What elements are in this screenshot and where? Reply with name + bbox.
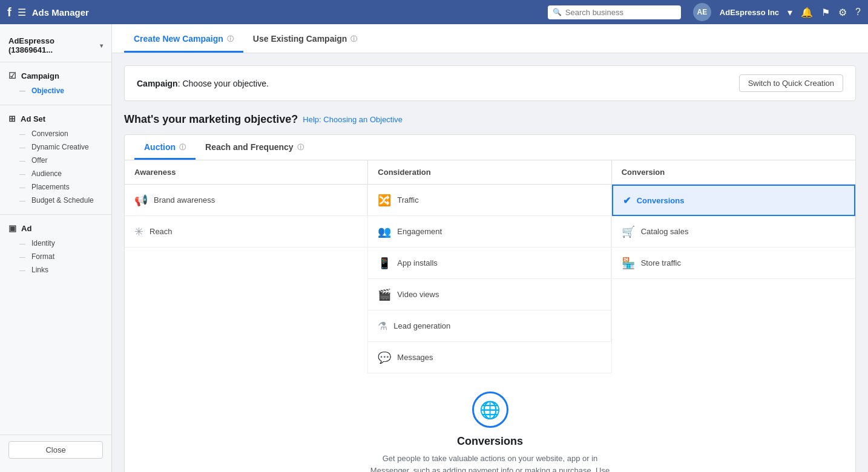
top-navigation: f ☰ Ads Manager 🔍 AE AdEspresso Inc ▾ 🔔 … <box>0 0 868 24</box>
adset-icon: ⊞ <box>8 114 16 123</box>
search-input[interactable] <box>565 8 676 17</box>
brand-awareness-icon: 📢 <box>134 194 148 207</box>
messages-icon: 💬 <box>378 351 391 364</box>
traffic-icon: 🔀 <box>378 194 391 207</box>
account-name[interactable]: AdEspresso (13869641... ▾ <box>8 36 103 54</box>
main-layout: AdEspresso (13869641... ▾ ☑ Campaign Obj… <box>0 24 868 472</box>
avatar[interactable]: AE <box>693 3 711 21</box>
marketing-objective-title: What's your marketing objective? Help: C… <box>124 113 856 126</box>
video-views-icon: 🎬 <box>378 288 391 301</box>
column-header-conversion: Conversion <box>612 160 855 185</box>
sidebar: AdEspresso (13869641... ▾ ☑ Campaign Obj… <box>0 24 112 472</box>
catalog-sales-icon: 🛒 <box>622 225 635 238</box>
store-traffic-icon: 🏪 <box>622 257 635 270</box>
awareness-column: 📢 Brand awareness ✳ Reach <box>125 185 368 373</box>
campaign-tabs: Create New Campaign ⓘ Use Existing Campa… <box>124 24 367 53</box>
sidebar-section-label-campaign: Campaign <box>21 71 59 80</box>
chevron-down-icon[interactable]: ▾ <box>787 7 792 18</box>
gear-icon[interactable]: ⚙ <box>838 7 847 18</box>
main-content: Create New Campaign ⓘ Use Existing Campa… <box>112 24 868 472</box>
conversion-globe-icon: 🌐 <box>472 392 508 428</box>
objective-bar: Campaign: Choose your objective. Switch … <box>124 65 856 101</box>
sidebar-item-placements[interactable]: Placements <box>0 180 111 194</box>
sidebar-item-dynamic-creative[interactable]: Dynamic Creative <box>0 140 111 154</box>
objective-lead-generation[interactable]: ⚗ Lead generation <box>368 310 611 342</box>
info-icon-reach-frequency: ⓘ <box>297 143 304 152</box>
app-title: Ads Manager <box>32 7 542 18</box>
tab-auction[interactable]: Auction ⓘ <box>134 135 196 160</box>
sidebar-section-adset: ⊞ Ad Set Conversion Dynamic Creative Off… <box>0 110 111 207</box>
conversion-column: ✔ Conversions 🛒 Catalog sales 🏪 Store tr… <box>612 185 855 373</box>
sidebar-item-offer[interactable]: Offer <box>0 154 111 167</box>
nav-actions: AE AdEspresso Inc ▾ 🔔 ⚑ ⚙ ? <box>693 3 861 21</box>
sidebar-section-header-campaign: ☑ Campaign <box>0 67 111 84</box>
sidebar-section-label-adset: Ad Set <box>21 114 45 123</box>
column-header-awareness: Awareness <box>125 160 368 185</box>
tab-reach-frequency[interactable]: Reach and Frequency ⓘ <box>196 135 314 160</box>
facebook-logo: f <box>7 5 12 19</box>
tab-create-new[interactable]: Create New Campaign ⓘ <box>124 24 243 53</box>
sidebar-section-header-ad: ▣ Ad <box>0 220 111 237</box>
sidebar-divider-2 <box>0 214 111 215</box>
lead-generation-icon: ⚗ <box>378 320 387 333</box>
objective-store-traffic[interactable]: 🏪 Store traffic <box>612 247 855 279</box>
sidebar-item-budget-schedule[interactable]: Budget & Schedule <box>0 194 111 207</box>
sidebar-item-identity[interactable]: Identity <box>0 237 111 250</box>
sidebar-section-header-adset: ⊞ Ad Set <box>0 110 111 127</box>
search-icon: 🔍 <box>553 8 562 16</box>
objective-brand-awareness[interactable]: 📢 Brand awareness <box>125 185 367 216</box>
objective-reach[interactable]: ✳ Reach <box>125 216 367 247</box>
objective-conversions[interactable]: ✔ Conversions <box>612 185 855 216</box>
conversion-detail-title: Conversions <box>137 435 843 448</box>
sidebar-section-campaign: ☑ Campaign Objective <box>0 67 111 97</box>
search-box: 🔍 <box>548 5 681 19</box>
sidebar-item-links[interactable]: Links <box>0 263 111 277</box>
objective-bar-text: Campaign: Choose your objective. <box>137 79 269 88</box>
close-button-container: Close <box>0 434 111 465</box>
sidebar-item-audience[interactable]: Audience <box>0 167 111 180</box>
chevron-down-icon: ▾ <box>100 42 103 49</box>
menu-icon[interactable]: ☰ <box>18 7 26 18</box>
flag-icon[interactable]: ⚑ <box>821 7 830 18</box>
objective-engagement[interactable]: 👥 Engagement <box>368 216 611 247</box>
engagement-icon: 👥 <box>378 225 391 238</box>
objective-messages[interactable]: 💬 Messages <box>368 342 611 373</box>
objective-grid: 📢 Brand awareness ✳ Reach 🔀 Traffic <box>125 185 855 373</box>
objective-column-headers: Awareness Consideration Conversion <box>125 160 855 185</box>
sidebar-section-ad: ▣ Ad Identity Format Links <box>0 220 111 277</box>
objective-traffic[interactable]: 🔀 Traffic <box>368 185 611 216</box>
tab-use-existing[interactable]: Use Existing Campaign ⓘ <box>243 24 367 53</box>
content-area: Campaign: Choose your objective. Switch … <box>112 53 868 472</box>
campaign-header: Create New Campaign ⓘ Use Existing Campa… <box>112 24 868 53</box>
conversions-check-icon: ✔ <box>623 195 631 206</box>
info-icon-existing: ⓘ <box>350 34 357 44</box>
ad-icon: ▣ <box>8 223 16 233</box>
consideration-column: 🔀 Traffic 👥 Engagement 📱 App installs <box>368 185 611 373</box>
conversion-detail: 🌐 Conversions Get people to take valuabl… <box>125 373 855 472</box>
objective-catalog-sales[interactable]: 🛒 Catalog sales <box>612 216 855 247</box>
objective-tabs: Auction ⓘ Reach and Frequency ⓘ <box>125 135 855 160</box>
app-installs-icon: 📱 <box>378 257 391 270</box>
account-selector[interactable]: AdEspresso (13869641... ▾ <box>0 31 111 62</box>
column-header-consideration: Consideration <box>368 160 611 185</box>
conversion-detail-description: Get people to take valuable actions on y… <box>369 453 611 472</box>
sidebar-item-objective[interactable]: Objective <box>0 84 111 97</box>
bell-icon[interactable]: 🔔 <box>801 7 813 18</box>
sidebar-section-label-ad: Ad <box>21 224 31 233</box>
sidebar-item-conversion[interactable]: Conversion <box>0 127 111 140</box>
info-icon-auction: ⓘ <box>179 143 186 152</box>
campaign-icon: ☑ <box>8 71 16 80</box>
help-link[interactable]: Help: Choosing an Objective <box>303 115 403 124</box>
reach-icon: ✳ <box>134 225 143 238</box>
objective-video-views[interactable]: 🎬 Video views <box>368 279 611 310</box>
objective-tabs-container: Auction ⓘ Reach and Frequency ⓘ Awarenes… <box>124 134 856 472</box>
info-icon-create: ⓘ <box>227 34 234 44</box>
switch-quick-creation-button[interactable]: Switch to Quick Creation <box>739 74 843 92</box>
user-name: AdEspresso Inc <box>720 8 779 17</box>
objective-app-installs[interactable]: 📱 App installs <box>368 247 611 279</box>
help-icon[interactable]: ? <box>855 7 861 18</box>
sidebar-divider-1 <box>0 105 111 105</box>
close-button[interactable]: Close <box>8 441 103 459</box>
sidebar-item-format[interactable]: Format <box>0 250 111 263</box>
